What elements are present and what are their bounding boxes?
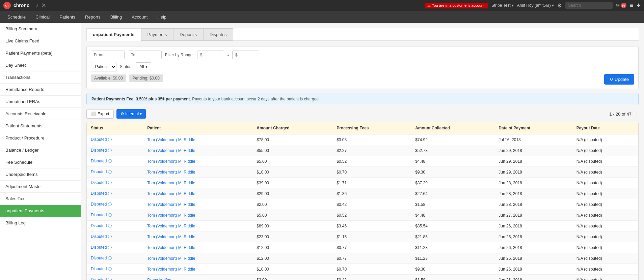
sidebar-item-sales-tax[interactable]: Sales Tax — [0, 193, 81, 205]
min-amount-input[interactable] — [197, 51, 224, 59]
sidebar-item-underpaid-items[interactable]: Underpaid Items — [0, 168, 81, 181]
patient-link[interactable]: Tom (Voldemort) M. Riddle — [147, 191, 195, 196]
patient-link[interactable]: Tom (Voldemort) M. Riddle — [147, 267, 195, 272]
cell-payout-date: N/A (disputed) — [572, 145, 638, 156]
sidebar-item-day-sheet[interactable]: Day Sheet — [0, 59, 81, 71]
patient-link[interactable]: Tom (Voldemort) M. Riddle — [147, 170, 195, 175]
info-icon[interactable]: ⓘ — [108, 137, 112, 142]
info-icon[interactable]: ⓘ — [108, 245, 112, 249]
sidebar-item-transactions[interactable]: Transactions — [0, 71, 81, 84]
sidebar-item-fee-schedule[interactable]: Fee Schedule — [0, 156, 81, 168]
update-button[interactable]: ↻ Update — [604, 74, 634, 85]
cell-amount-charged: $5.00 — [252, 210, 332, 221]
patient-link[interactable]: Tom (Voldemort) M. Riddle — [147, 245, 195, 250]
to-date-input[interactable] — [128, 51, 162, 59]
sidebar-item-remittance-reports[interactable]: Remittance Reports — [0, 84, 81, 96]
top-bar-right: ⚠ You are in a customer's account! Strip… — [425, 2, 641, 9]
patient-link[interactable]: Tom (Voldemort) M. Riddle — [147, 137, 195, 142]
add-icon[interactable]: + — [637, 2, 641, 9]
info-icon[interactable]: ⓘ — [108, 202, 112, 206]
info-icon[interactable]: ⓘ — [108, 213, 112, 217]
info-icon[interactable]: ⓘ — [108, 191, 112, 195]
info-icon[interactable]: ⓘ — [108, 256, 112, 260]
search-input[interactable] — [565, 2, 613, 9]
status-dropdown[interactable]: All ▾ — [136, 62, 151, 71]
patient-link[interactable]: Tom (Voldemort) M. Riddle — [147, 202, 195, 207]
patient-link[interactable]: Tom (Voldemort) M. Riddle — [147, 235, 195, 239]
internal-button[interactable]: ⚙ Internal ▾ — [116, 109, 146, 119]
sidebar-item-live-claims-feed[interactable]: Live Claims Feed — [0, 35, 81, 47]
sidebar-item-product-procedure[interactable]: Product / Procedure — [0, 132, 81, 144]
user-label[interactable]: Amit Roy (amit56r) ▾ — [517, 3, 554, 8]
status-link[interactable]: Disputed — [91, 267, 107, 271]
nav-help[interactable]: Help — [153, 12, 170, 22]
patient-link[interactable]: Tom (Voldemort) M. Riddle — [147, 256, 195, 261]
status-link[interactable]: Disputed — [91, 159, 107, 163]
sidebar-item-unmatched-eras[interactable]: Unmatched ERAs — [0, 96, 81, 108]
info-icon[interactable]: ⓘ — [108, 148, 112, 152]
from-date-input[interactable] — [91, 51, 125, 59]
sidebar-item-billing-summary[interactable]: Billing Summary — [0, 23, 81, 35]
table-row: Disputed ⓘ Tom (Voldemort) M. Riddle $78… — [87, 134, 638, 145]
patient-link[interactable]: Tom (Voldemort) M. Riddle — [147, 181, 195, 185]
status-link[interactable]: Disputed — [91, 180, 107, 185]
info-icon[interactable]: ⓘ — [108, 278, 112, 280]
info-icon[interactable]: ⓘ — [108, 170, 112, 174]
patient-link[interactable]: Draco Malfoy — [147, 278, 171, 280]
stripe-label[interactable]: Stripe Test ▾ — [491, 3, 514, 8]
sidebar-item-patient-payments[interactable]: Patient Payments (beta) — [0, 47, 81, 59]
status-link[interactable]: Disputed — [91, 277, 107, 280]
mail-icon[interactable]: ✉ 97 — [616, 3, 626, 8]
patient-filter-select[interactable]: Patient — [91, 62, 116, 71]
cell-status: Disputed ⓘ — [87, 242, 143, 253]
cell-patient: Draco Malfoy — [143, 275, 252, 280]
sidebar-item-adjustment-master[interactable]: Adjustment Master — [0, 181, 81, 193]
nav-reports[interactable]: Reports — [81, 12, 105, 22]
max-amount-input[interactable] — [232, 51, 259, 59]
table-row: Disputed ⓘ Draco Malfoy $2.00 $0.42 $1.5… — [87, 275, 638, 280]
patient-link[interactable]: Tom (Voldemort) M. Riddle — [147, 213, 195, 218]
tabs-container: onpatient Payments Payments Deposits Dis… — [86, 28, 639, 41]
status-link[interactable]: Disputed — [91, 256, 107, 260]
export-button[interactable]: ⬜ Export — [86, 109, 114, 119]
status-link[interactable]: Disputed — [91, 191, 107, 196]
hamburger-icon[interactable]: ≡ — [630, 2, 634, 9]
info-icon[interactable]: ⓘ — [108, 224, 112, 228]
nav-account[interactable]: Account — [128, 12, 152, 22]
patient-link[interactable]: Tom (Voldemort) M. Riddle — [147, 159, 195, 164]
tab-onpatient-payments[interactable]: onpatient Payments — [86, 28, 141, 41]
status-link[interactable]: Disputed — [91, 245, 107, 250]
status-link[interactable]: Disputed — [91, 223, 107, 228]
sidebar-item-patient-statements[interactable]: Patient Statements — [0, 120, 81, 132]
status-link[interactable]: Disputed — [91, 169, 107, 174]
status-link[interactable]: Disputed — [91, 137, 107, 142]
settings-icon[interactable]: ⚙ — [557, 2, 562, 9]
cell-status: Disputed ⓘ — [87, 145, 143, 156]
tab-disputes[interactable]: Disputes — [203, 28, 233, 41]
info-icon[interactable]: ⓘ — [108, 267, 112, 271]
tab-deposits[interactable]: Deposits — [173, 28, 203, 41]
patient-link[interactable]: Tom (Voldemort) M. Riddle — [147, 224, 195, 228]
info-icon[interactable]: ⓘ — [108, 159, 112, 163]
info-icon[interactable]: ⓘ — [108, 181, 112, 185]
nav-billing[interactable]: Billing — [106, 12, 126, 22]
payout-text: Payouts to your bank account occur 2 day… — [192, 97, 319, 101]
sidebar-item-billing-log[interactable]: Billing Log — [0, 217, 81, 229]
cell-amount-charged: $12.00 — [252, 242, 332, 253]
sidebar-item-accounts-receivable[interactable]: Accounts Receivable — [0, 108, 81, 120]
status-link[interactable]: Disputed — [91, 234, 107, 239]
nav-clinical[interactable]: Clinical — [31, 12, 54, 22]
cell-patient: Tom (Voldemort) M. Riddle — [143, 264, 252, 275]
status-link[interactable]: Disputed — [91, 148, 107, 153]
nav-schedule[interactable]: Schedule — [3, 12, 30, 22]
status-link[interactable]: Disputed — [91, 213, 107, 217]
patient-link[interactable]: Tom (Voldemort) M. Riddle — [147, 148, 195, 153]
cell-amount-collected: $1.58 — [411, 199, 494, 210]
tab-payments[interactable]: Payments — [141, 28, 173, 41]
status-link[interactable]: Disputed — [91, 202, 107, 207]
info-icon[interactable]: ⓘ — [108, 235, 112, 239]
sidebar-item-onpatient-payments[interactable]: onpatient Payments — [0, 205, 81, 217]
next-page-arrow[interactable]: → — [633, 111, 639, 117]
nav-patients[interactable]: Patients — [55, 12, 79, 22]
sidebar-item-balance-ledger[interactable]: Balance / Ledger — [0, 144, 81, 156]
